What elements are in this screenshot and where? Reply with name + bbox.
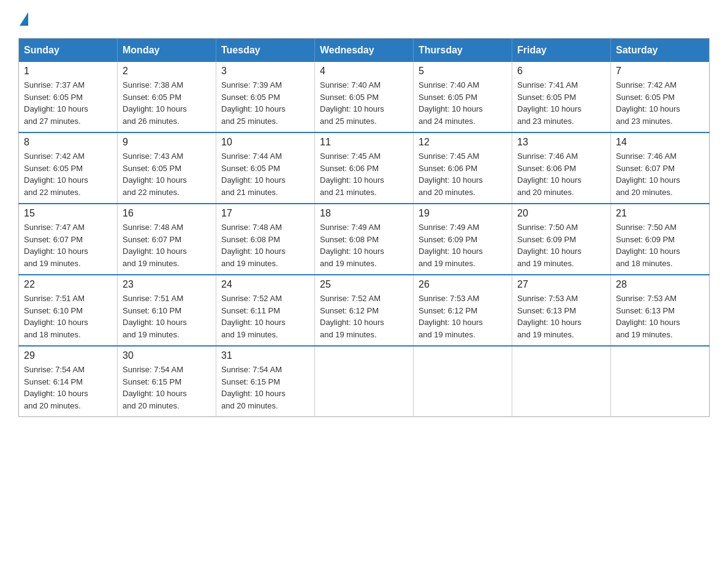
calendar-day-cell	[414, 346, 512, 417]
day-info: Sunrise: 7:54 AMSunset: 6:15 PMDaylight:…	[221, 364, 309, 412]
day-number: 30	[123, 350, 211, 361]
calendar-day-header: Monday	[118, 39, 216, 63]
day-info: Sunrise: 7:49 AMSunset: 6:09 PMDaylight:…	[419, 221, 507, 269]
day-info: Sunrise: 7:50 AMSunset: 6:09 PMDaylight:…	[616, 221, 704, 269]
day-number: 5	[419, 66, 507, 77]
day-number: 13	[517, 137, 605, 148]
calendar-day-cell: 6 Sunrise: 7:41 AMSunset: 6:05 PMDayligh…	[512, 62, 611, 132]
calendar-day-cell: 21 Sunrise: 7:50 AMSunset: 6:09 PMDaylig…	[611, 204, 710, 275]
day-info: Sunrise: 7:42 AMSunset: 6:05 PMDaylight:…	[24, 150, 112, 198]
day-number: 25	[320, 279, 408, 290]
calendar-day-cell: 7 Sunrise: 7:42 AMSunset: 6:05 PMDayligh…	[611, 62, 710, 132]
calendar-day-cell: 26 Sunrise: 7:53 AMSunset: 6:12 PMDaylig…	[414, 275, 512, 346]
calendar-week-row: 15 Sunrise: 7:47 AMSunset: 6:07 PMDaylig…	[19, 204, 710, 275]
calendar-day-cell: 19 Sunrise: 7:49 AMSunset: 6:09 PMDaylig…	[414, 204, 512, 275]
calendar-day-cell: 13 Sunrise: 7:46 AMSunset: 6:06 PMDaylig…	[512, 132, 611, 204]
day-info: Sunrise: 7:44 AMSunset: 6:05 PMDaylight:…	[221, 150, 309, 198]
day-number: 22	[24, 279, 112, 290]
day-info: Sunrise: 7:38 AMSunset: 6:05 PMDaylight:…	[123, 79, 211, 127]
day-info: Sunrise: 7:42 AMSunset: 6:05 PMDaylight:…	[616, 79, 704, 127]
day-info: Sunrise: 7:43 AMSunset: 6:05 PMDaylight:…	[123, 150, 211, 198]
calendar-day-cell: 28 Sunrise: 7:53 AMSunset: 6:13 PMDaylig…	[611, 275, 710, 346]
day-number: 16	[123, 208, 211, 219]
day-info: Sunrise: 7:46 AMSunset: 6:06 PMDaylight:…	[517, 150, 605, 198]
day-number: 28	[616, 279, 704, 290]
logo	[18, 12, 29, 26]
calendar-day-header: Tuesday	[216, 39, 315, 63]
day-number: 17	[221, 208, 309, 219]
calendar-day-cell: 5 Sunrise: 7:40 AMSunset: 6:05 PMDayligh…	[414, 62, 512, 132]
day-number: 27	[517, 279, 605, 290]
calendar-table: SundayMondayTuesdayWednesdayThursdayFrid…	[18, 38, 710, 417]
day-number: 4	[320, 66, 408, 77]
day-number: 18	[320, 208, 408, 219]
calendar-day-cell	[611, 346, 710, 417]
day-info: Sunrise: 7:53 AMSunset: 6:12 PMDaylight:…	[419, 293, 507, 340]
day-number: 19	[419, 208, 507, 219]
day-number: 12	[419, 137, 507, 148]
calendar-day-cell: 25 Sunrise: 7:52 AMSunset: 6:12 PMDaylig…	[315, 275, 414, 346]
calendar-day-cell: 18 Sunrise: 7:49 AMSunset: 6:08 PMDaylig…	[315, 204, 414, 275]
day-info: Sunrise: 7:39 AMSunset: 6:05 PMDaylight:…	[221, 79, 309, 127]
day-info: Sunrise: 7:54 AMSunset: 6:14 PMDaylight:…	[24, 364, 112, 412]
calendar-header-row: SundayMondayTuesdayWednesdayThursdayFrid…	[19, 39, 710, 63]
calendar-day-cell: 31 Sunrise: 7:54 AMSunset: 6:15 PMDaylig…	[216, 346, 315, 417]
calendar-day-cell	[512, 346, 611, 417]
calendar-day-cell: 2 Sunrise: 7:38 AMSunset: 6:05 PMDayligh…	[118, 62, 216, 132]
day-number: 1	[24, 66, 112, 77]
calendar-day-header: Thursday	[414, 39, 512, 63]
day-number: 6	[517, 66, 605, 77]
day-number: 29	[24, 350, 112, 361]
calendar-day-cell	[315, 346, 414, 417]
day-info: Sunrise: 7:45 AMSunset: 6:06 PMDaylight:…	[419, 150, 507, 198]
calendar-week-row: 1 Sunrise: 7:37 AMSunset: 6:05 PMDayligh…	[19, 62, 710, 132]
day-info: Sunrise: 7:37 AMSunset: 6:05 PMDaylight:…	[24, 79, 112, 127]
day-number: 21	[616, 208, 704, 219]
day-info: Sunrise: 7:40 AMSunset: 6:05 PMDaylight:…	[320, 79, 408, 127]
calendar-day-cell: 1 Sunrise: 7:37 AMSunset: 6:05 PMDayligh…	[19, 62, 118, 132]
calendar-day-cell: 23 Sunrise: 7:51 AMSunset: 6:10 PMDaylig…	[118, 275, 216, 346]
day-number: 31	[221, 350, 309, 361]
calendar-day-cell: 10 Sunrise: 7:44 AMSunset: 6:05 PMDaylig…	[216, 132, 315, 204]
day-number: 20	[517, 208, 605, 219]
day-number: 11	[320, 137, 408, 148]
calendar-day-header: Wednesday	[315, 39, 414, 63]
day-info: Sunrise: 7:54 AMSunset: 6:15 PMDaylight:…	[123, 364, 211, 412]
calendar-day-cell: 3 Sunrise: 7:39 AMSunset: 6:05 PMDayligh…	[216, 62, 315, 132]
day-number: 2	[123, 66, 211, 77]
calendar-day-cell: 29 Sunrise: 7:54 AMSunset: 6:14 PMDaylig…	[19, 346, 118, 417]
day-info: Sunrise: 7:48 AMSunset: 6:08 PMDaylight:…	[221, 221, 309, 269]
day-info: Sunrise: 7:51 AMSunset: 6:10 PMDaylight:…	[123, 293, 211, 340]
day-info: Sunrise: 7:48 AMSunset: 6:07 PMDaylight:…	[123, 221, 211, 269]
day-info: Sunrise: 7:53 AMSunset: 6:13 PMDaylight:…	[616, 293, 704, 340]
calendar-day-header: Sunday	[19, 39, 118, 63]
day-number: 10	[221, 137, 309, 148]
calendar-day-cell: 30 Sunrise: 7:54 AMSunset: 6:15 PMDaylig…	[118, 346, 216, 417]
day-info: Sunrise: 7:45 AMSunset: 6:06 PMDaylight:…	[320, 150, 408, 198]
calendar-day-cell: 27 Sunrise: 7:53 AMSunset: 6:13 PMDaylig…	[512, 275, 611, 346]
calendar-week-row: 8 Sunrise: 7:42 AMSunset: 6:05 PMDayligh…	[19, 132, 710, 204]
logo-triangle-icon	[20, 12, 28, 26]
calendar-day-cell: 14 Sunrise: 7:46 AMSunset: 6:07 PMDaylig…	[611, 132, 710, 204]
calendar-day-header: Friday	[512, 39, 611, 63]
calendar-day-cell: 4 Sunrise: 7:40 AMSunset: 6:05 PMDayligh…	[315, 62, 414, 132]
calendar-day-cell: 11 Sunrise: 7:45 AMSunset: 6:06 PMDaylig…	[315, 132, 414, 204]
day-info: Sunrise: 7:41 AMSunset: 6:05 PMDaylight:…	[517, 79, 605, 127]
day-info: Sunrise: 7:52 AMSunset: 6:12 PMDaylight:…	[320, 293, 408, 340]
day-number: 7	[616, 66, 704, 77]
calendar-day-cell: 22 Sunrise: 7:51 AMSunset: 6:10 PMDaylig…	[19, 275, 118, 346]
calendar-day-cell: 12 Sunrise: 7:45 AMSunset: 6:06 PMDaylig…	[414, 132, 512, 204]
day-info: Sunrise: 7:40 AMSunset: 6:05 PMDaylight:…	[419, 79, 507, 127]
day-number: 14	[616, 137, 704, 148]
calendar-day-header: Saturday	[611, 39, 710, 63]
day-number: 15	[24, 208, 112, 219]
calendar-day-cell: 16 Sunrise: 7:48 AMSunset: 6:07 PMDaylig…	[118, 204, 216, 275]
day-info: Sunrise: 7:50 AMSunset: 6:09 PMDaylight:…	[517, 221, 605, 269]
day-info: Sunrise: 7:47 AMSunset: 6:07 PMDaylight:…	[24, 221, 112, 269]
calendar-week-row: 29 Sunrise: 7:54 AMSunset: 6:14 PMDaylig…	[19, 346, 710, 417]
calendar-day-cell: 8 Sunrise: 7:42 AMSunset: 6:05 PMDayligh…	[19, 132, 118, 204]
calendar-day-cell: 15 Sunrise: 7:47 AMSunset: 6:07 PMDaylig…	[19, 204, 118, 275]
day-info: Sunrise: 7:51 AMSunset: 6:10 PMDaylight:…	[24, 293, 112, 340]
calendar-day-cell: 20 Sunrise: 7:50 AMSunset: 6:09 PMDaylig…	[512, 204, 611, 275]
day-number: 3	[221, 66, 309, 77]
